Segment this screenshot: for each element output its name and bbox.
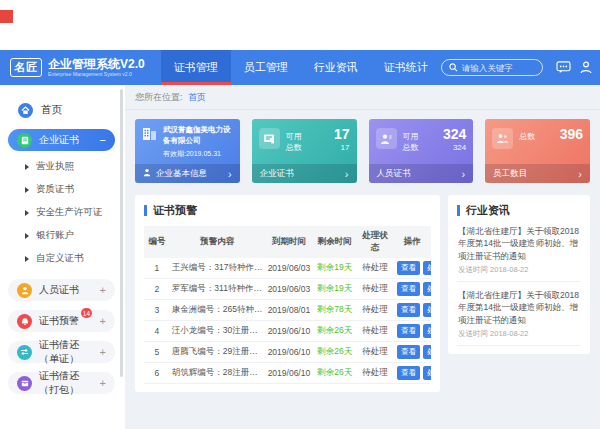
table-row: 1 王兴编号：317特种作业... 2019/06/03 剩余19天 待处理 查… [144, 258, 431, 279]
personnel-cert-footer-link[interactable]: 人员证书 › [369, 164, 474, 183]
handle-button[interactable]: 处理 [423, 261, 431, 275]
cell-due-date: 2019/06/10 [265, 363, 314, 384]
view-button[interactable]: 查看 [397, 303, 420, 317]
title-accent-bar [144, 205, 147, 216]
sidebar-group-personnel-cert[interactable]: 人员证书 + [8, 279, 115, 301]
stat-value-total: 324 [453, 143, 466, 152]
sidebar-scrollbar[interactable] [120, 89, 123, 377]
person-card-icon [376, 128, 397, 149]
sidebar-subitem-label: 银行账户 [36, 229, 74, 242]
view-button[interactable]: 查看 [397, 345, 420, 359]
view-button[interactable]: 查看 [397, 261, 420, 275]
sidebar-group-label: 证书借还（单证） [39, 338, 93, 366]
title-accent-bar [457, 205, 460, 216]
cell-remaining-days: 剩余19天 [313, 258, 356, 279]
handle-button[interactable]: 处理 [423, 324, 431, 338]
stat-value-available: 324 [443, 126, 466, 142]
sidebar-subitem-label: 安全生产许可证 [36, 206, 103, 219]
main-content: 您所在位置: 首页 武汉誉鑫伽美电力设备有限公司 有效期:2019.05.31 [125, 85, 600, 429]
handle-button[interactable]: 处理 [423, 366, 431, 380]
cell-no: 6 [144, 363, 170, 384]
sidebar-group-cert-borrow-single[interactable]: 证书借还（单证） + [8, 341, 115, 363]
industry-news-panel-title: 行业资讯 [457, 203, 581, 218]
sidebar-group-cert-borrow-package[interactable]: 证书借还（打包） + [8, 372, 115, 394]
sidebar-subitem[interactable]: 资质证书 [0, 178, 125, 201]
sidebar-group-enterprise-cert[interactable]: 企业证书 − [8, 129, 115, 151]
table-row: 6 胡筑辉编号：28注册类人... 2019/06/10 剩余26天 待处理 查… [144, 363, 431, 384]
col-header-remaining: 剩余时间 [313, 226, 356, 258]
tab-industry-news[interactable]: 行业资讯 [301, 50, 371, 85]
card-enterprise-cert[interactable]: 可用 17 总数 17 企业证书 › [252, 119, 357, 183]
cell-no: 3 [144, 300, 170, 321]
cell-remaining-days: 剩余26天 [313, 363, 356, 384]
sidebar-group-label: 人员证书 [39, 283, 79, 297]
enterprise-cert-icon [17, 133, 32, 148]
card-personnel-cert[interactable]: 可用 324 总数 324 人员证书 › [369, 119, 474, 183]
expand-icon[interactable]: + [100, 346, 106, 358]
stat-key: 总数 [286, 142, 302, 153]
news-item-time: 发送时间 2018-08-22 [458, 329, 580, 339]
sidebar-subitem-label: 资质证书 [36, 183, 74, 196]
cell-remaining-days: 剩余19天 [313, 279, 356, 300]
user-icon[interactable] [580, 61, 592, 74]
sidebar-subitem-label: 自定义证书 [36, 252, 84, 265]
card-staff-count[interactable]: 总数 396 员工数目 › [485, 119, 590, 183]
cell-due-date: 2019/08/01 [265, 300, 314, 321]
cell-remaining-days: 剩余26天 [313, 321, 356, 342]
enterprise-cert-footer-link[interactable]: 企业证书 › [252, 164, 357, 183]
cell-actions: 查看处理 [394, 279, 431, 300]
chevron-right-icon: › [462, 168, 466, 180]
cell-status: 待处理 [356, 279, 393, 300]
cell-status: 待处理 [356, 363, 393, 384]
sidebar: 首页 企业证书 − 营业执照 资质证书 [0, 85, 125, 429]
handle-button[interactable]: 处理 [423, 282, 431, 296]
news-item-title: 【湖北省住建厅】关于领取2018年度第14批一级建造师初始、增项注册证书的通知 [458, 289, 580, 326]
cert-warning-icon [17, 314, 32, 329]
industry-news-panel: 行业资讯 【湖北省住建厅】关于领取2018年度第14批一级建造师初始、增项注册证… [448, 195, 590, 354]
sidebar-subitem[interactable]: 营业执照 [0, 155, 125, 178]
view-button[interactable]: 查看 [397, 324, 420, 338]
tab-certificate-management[interactable]: 证书管理 [161, 50, 231, 85]
breadcrumb-home-link[interactable]: 首页 [188, 92, 206, 102]
sidebar-subitem[interactable]: 自定义证书 [0, 247, 125, 270]
cert-warning-panel-title: 证书预警 [144, 203, 431, 218]
staff-count-footer-link[interactable]: 员工数目 › [485, 164, 590, 183]
cell-due-date: 2019/06/03 [265, 258, 314, 279]
top-header: 名匠 企业管理系统V2.0 Enterprise Management Syst… [0, 50, 600, 85]
search-box[interactable] [441, 59, 543, 76]
expand-icon[interactable]: + [100, 315, 106, 327]
sidebar-subitem[interactable]: 安全生产许可证 [0, 201, 125, 224]
view-button[interactable]: 查看 [397, 366, 420, 380]
expand-icon[interactable]: + [100, 284, 106, 296]
search-icon [449, 63, 458, 72]
news-item[interactable]: 【湖北省住建厅】关于领取2018年度第14批一级建造师初始、增项注册证书的通知 … [457, 218, 581, 282]
company-info-footer-link[interactable]: 企业基本信息 › [135, 164, 240, 183]
cell-warning-content: 胡筑辉编号：28注册类人... [170, 363, 265, 384]
search-input[interactable] [462, 63, 535, 73]
sidebar-item-home[interactable]: 首页 [18, 99, 115, 121]
cell-actions: 查看处理 [394, 321, 431, 342]
tab-employee-management[interactable]: 员工管理 [231, 50, 301, 85]
card-footer-label: 员工数目 [493, 168, 527, 180]
building-icon [142, 125, 157, 164]
collapse-icon[interactable]: − [100, 134, 106, 146]
sidebar-group-label: 证书预警 14 [39, 314, 79, 328]
cell-due-date: 2019/06/10 [265, 321, 314, 342]
stat-key: 总数 [519, 131, 535, 142]
message-icon[interactable] [556, 61, 571, 74]
sidebar-subitem[interactable]: 银行账户 [0, 224, 125, 247]
card-company-info[interactable]: 武汉誉鑫伽美电力设备有限公司 有效期:2019.05.31 企业基本信息 › [135, 119, 240, 183]
sidebar-group-label: 企业证书 [39, 133, 79, 147]
table-header-row: 编号 预警内容 到期时间 剩余时间 处理状态 操作 [144, 226, 431, 258]
stat-key: 总数 [403, 142, 419, 153]
handle-button[interactable]: 处理 [423, 303, 431, 317]
cell-actions: 查看处理 [394, 342, 431, 363]
cell-remaining-days: 剩余78天 [313, 300, 356, 321]
news-item[interactable]: 【湖北省住建厅】关于领取2018年度第14批一级建造师初始、增项注册证书的通知 … [457, 282, 581, 346]
sidebar-group-cert-warning[interactable]: 证书预警 14 + [8, 310, 115, 332]
handle-button[interactable]: 处理 [423, 345, 431, 359]
view-button[interactable]: 查看 [397, 282, 420, 296]
tab-certificate-statistics[interactable]: 证书统计 [371, 50, 441, 85]
expand-icon[interactable]: + [100, 377, 106, 389]
cell-status: 待处理 [356, 342, 393, 363]
